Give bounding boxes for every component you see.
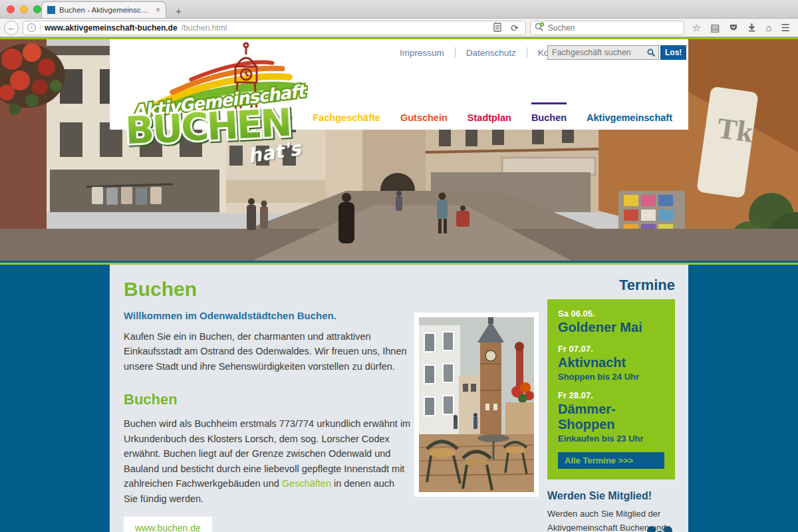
main-column: Buchen Willkommen im Odenwaldstädtchen B… [124, 278, 411, 532]
intro-paragraph: Kaufen Sie ein in Buchen, der charmanten… [124, 329, 411, 374]
search-icon [535, 22, 545, 34]
pocket-icon[interactable] [725, 23, 742, 33]
shop-search-submit-button[interactable]: Los! [660, 45, 686, 60]
page-background: Tk [0, 37, 798, 532]
site-favicon [47, 6, 55, 14]
divider [40, 23, 41, 33]
browser-search-input[interactable] [548, 23, 680, 33]
nav-item-fachgeschaefte[interactable]: Fachgeschäfte [313, 102, 380, 123]
site-top-line [0, 37, 798, 39]
section-title-buchen: Buchen [124, 391, 411, 408]
bookmark-star-icon[interactable]: ☆ [688, 23, 705, 33]
site-logo[interactable]: AktivGemeinschaft BUCHEN hat's [122, 41, 308, 168]
main-navigation: Startseite Fachgeschäfte Gutschein Stadt… [249, 102, 672, 123]
back-button[interactable]: ← [4, 21, 19, 35]
event-note: Shoppen bis 24 Uhr [558, 372, 664, 382]
home-icon[interactable]: ⌂ [761, 23, 775, 33]
event-date: Sa 06.05. [558, 309, 664, 319]
geschaeften-link[interactable]: Geschäften [282, 478, 331, 489]
window-controls [7, 5, 41, 13]
event-title: Dämmer-Shoppen [558, 402, 664, 432]
membership-title: Werden Sie Mitglied! [547, 490, 675, 502]
content-area: Buchen Willkommen im Odenwaldstädtchen B… [110, 265, 688, 532]
site-info-icon[interactable]: i [27, 23, 36, 32]
event-item: Fr 28.07. Dämmer-Shoppen Einkaufen bis 2… [558, 390, 664, 444]
membership-section: Werden Sie Mitglied! Werden auch Sie Mit… [547, 490, 675, 532]
page-title: Buchen [124, 278, 411, 301]
nav-item-buchen-active[interactable]: Buchen [531, 102, 567, 123]
url-domain: www.aktivgemeinschaft-buchen.de [45, 23, 178, 33]
reload-icon[interactable]: ⟳ [508, 23, 521, 33]
browser-toolbar: ← i www.aktivgemeinschaft-buchen.de/buch… [0, 19, 798, 37]
browser-search-bar[interactable] [530, 21, 684, 35]
event-note: Einkaufen bis 23 Uhr [558, 434, 664, 444]
members-group-icon [643, 521, 676, 532]
tab-title: Buchen - Aktivgemeinschaft [59, 6, 152, 14]
browser-titlebar: Buchen - Aktivgemeinschaft × + [0, 0, 798, 19]
event-date: Fr 28.07. [558, 390, 664, 400]
event-date: Fr 07.07. [558, 344, 664, 354]
downloads-icon[interactable] [743, 23, 760, 33]
town-photo [414, 313, 539, 497]
history-paragraph: Buchen wird als Buchheim erstmals 773/77… [124, 416, 411, 506]
all-events-button[interactable]: Alle Termine >>> [558, 452, 664, 469]
intro-lead: Willkommen im Odenwaldstädtchen Buchen. [124, 310, 411, 321]
url-path: /buchen.html [182, 23, 227, 33]
browser-tab[interactable]: Buchen - Aktivgemeinschaft × [41, 1, 166, 18]
new-tab-button[interactable]: + [170, 5, 187, 17]
event-item: Fr 07.07. Aktivnacht Shoppen bis 24 Uhr [558, 344, 664, 382]
event-title: Aktivnacht [558, 355, 664, 370]
link-impressum[interactable]: Impressum [389, 48, 455, 58]
buchen-website-button[interactable]: www.buchen.de [124, 517, 212, 532]
close-window-button[interactable] [7, 5, 15, 13]
nav-item-gutschein[interactable]: Gutschein [400, 102, 448, 123]
nav-item-aktivgemeinschaft[interactable]: Aktivgemeinschaft [587, 102, 672, 123]
shop-search: Los! [547, 45, 686, 60]
event-item: Sa 06.05. Goldener Mai [558, 309, 664, 335]
reading-list-icon[interactable]: ▤ [706, 23, 724, 33]
shop-search-input[interactable] [547, 45, 644, 60]
reader-mode-icon[interactable] [491, 23, 504, 33]
link-datenschutz[interactable]: Datenschutz [456, 48, 527, 58]
termine-box: Sa 06.05. Goldener Mai Fr 07.07. Aktivna… [547, 299, 675, 479]
shop-search-icon[interactable] [644, 45, 659, 60]
event-title: Goldener Mai [558, 320, 664, 335]
url-bar[interactable]: i www.aktivgemeinschaft-buchen.de/buchen… [23, 21, 526, 35]
sidebar: Termine Sa 06.05. Goldener Mai Fr 07.07.… [547, 277, 675, 532]
menu-icon[interactable]: ☰ [777, 23, 794, 33]
nav-item-stadtplan[interactable]: Stadtplan [467, 102, 511, 123]
minimize-window-button[interactable] [20, 5, 28, 13]
tab-close-icon[interactable]: × [156, 5, 160, 15]
termine-title: Termine [547, 277, 675, 294]
zoom-window-button[interactable] [33, 5, 41, 13]
